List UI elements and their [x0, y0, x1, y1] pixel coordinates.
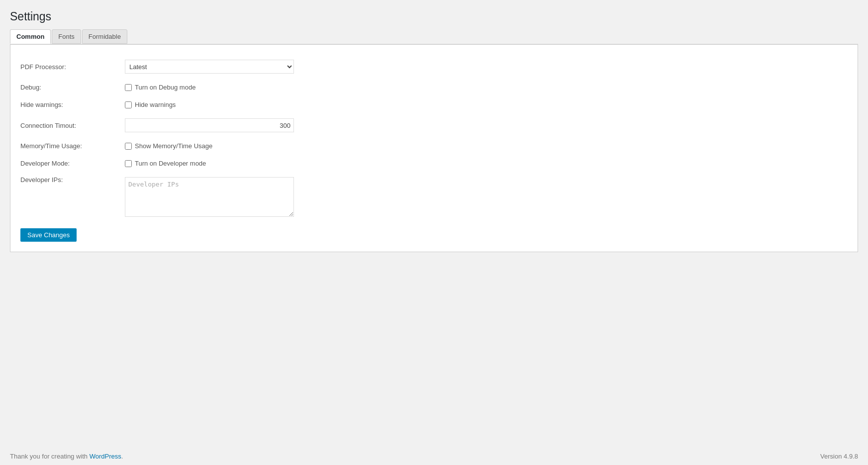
connection-timeout-input[interactable] [125, 118, 294, 132]
debug-row: Debug: Turn on Debug mode [20, 79, 848, 96]
debug-checkbox[interactable] [125, 84, 132, 91]
pdf-processor-cell: Latest [120, 55, 848, 79]
developer-mode-checkbox[interactable] [125, 160, 132, 167]
connection-timeout-row: Connection Timout: [20, 113, 848, 137]
developer-ips-textarea[interactable] [125, 177, 294, 217]
memory-time-usage-checkbox-text: Show Memory/Time Usage [135, 142, 212, 150]
footer: Thank you for creating with WordPress. [0, 448, 868, 465]
connection-timeout-label: Connection Timout: [20, 113, 120, 137]
hide-warnings-cell: Hide warnings [120, 96, 848, 113]
developer-mode-checkbox-label[interactable]: Turn on Developer mode [125, 160, 843, 167]
pdf-processor-label: PDF Processor: [20, 55, 120, 79]
developer-ips-row: Developer IPs: [20, 172, 848, 223]
hide-warnings-checkbox[interactable] [125, 101, 132, 108]
pdf-processor-select[interactable]: Latest [125, 60, 294, 74]
memory-time-usage-checkbox-label[interactable]: Show Memory/Time Usage [125, 142, 843, 150]
hide-warnings-label: Hide warnings: [20, 96, 120, 113]
debug-checkbox-text: Turn on Debug mode [135, 84, 195, 91]
memory-time-usage-cell: Show Memory/Time Usage [120, 137, 848, 155]
footer-version: Version 4.9.8 [820, 453, 858, 460]
developer-mode-label: Developer Mode: [20, 155, 120, 172]
tab-common[interactable]: Common [10, 29, 51, 44]
hide-warnings-checkbox-label[interactable]: Hide warnings [125, 101, 843, 108]
connection-timeout-cell [120, 113, 848, 137]
footer-wordpress-link[interactable]: WordPress [90, 453, 121, 460]
developer-mode-cell: Turn on Developer mode [120, 155, 848, 172]
debug-label: Debug: [20, 79, 120, 96]
hide-warnings-checkbox-text: Hide warnings [135, 101, 176, 108]
pdf-processor-row: PDF Processor: Latest [20, 55, 848, 79]
memory-time-usage-label: Memory/Time Usage: [20, 137, 120, 155]
developer-mode-checkbox-text: Turn on Developer mode [135, 160, 206, 167]
developer-ips-cell [120, 172, 848, 223]
page-title: Settings [10, 0, 868, 25]
settings-form-table: PDF Processor: Latest Debug: Turn on Deb… [20, 55, 848, 223]
debug-checkbox-label[interactable]: Turn on Debug mode [125, 84, 843, 91]
developer-mode-row: Developer Mode: Turn on Developer mode [20, 155, 848, 172]
save-changes-button[interactable]: Save Changes [20, 228, 77, 242]
debug-cell: Turn on Debug mode [120, 79, 848, 96]
hide-warnings-row: Hide warnings: Hide warnings [20, 96, 848, 113]
memory-time-usage-checkbox[interactable] [125, 143, 132, 150]
tab-fonts[interactable]: Fonts [52, 29, 81, 44]
settings-panel: PDF Processor: Latest Debug: Turn on Deb… [10, 44, 858, 252]
tabs-navigation: Common Fonts Formidable [10, 29, 868, 44]
developer-ips-label: Developer IPs: [20, 172, 120, 223]
tab-formidable[interactable]: Formidable [82, 29, 127, 44]
memory-time-usage-row: Memory/Time Usage: Show Memory/Time Usag… [20, 137, 848, 155]
footer-text-after-link: . [121, 453, 123, 460]
footer-text-before-link: Thank you for creating with [10, 453, 90, 460]
